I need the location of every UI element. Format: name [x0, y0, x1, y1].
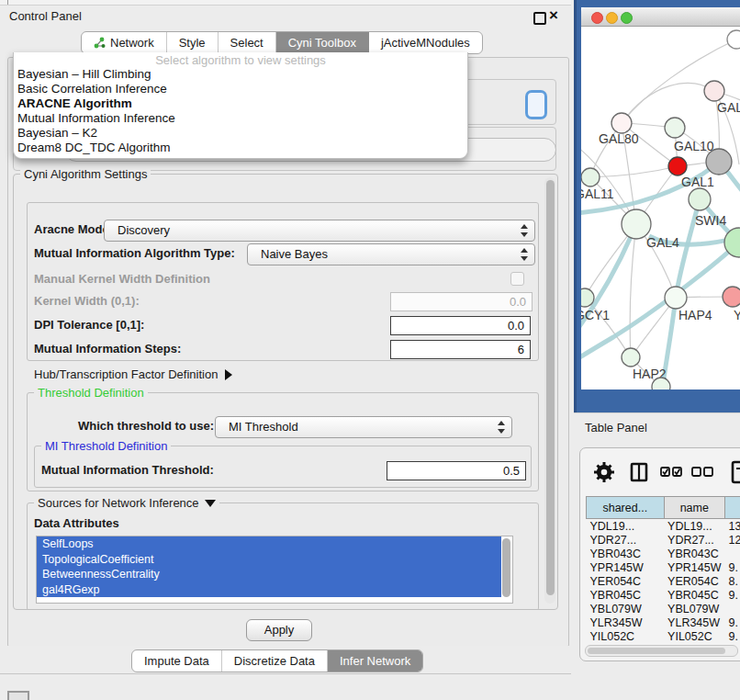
table-cell: YLR345W — [587, 615, 665, 629]
node-label: SWI4 — [695, 213, 726, 228]
network-window-titlebar[interactable] — [581, 7, 740, 27]
network-icon — [94, 37, 106, 49]
expand-right-icon — [225, 369, 232, 380]
network-node-y[interactable] — [723, 287, 740, 307]
which-threshold-label: Which threshold to use: — [78, 419, 214, 433]
network-node-hap2[interactable] — [622, 348, 640, 367]
table-cell: YPR145W — [587, 560, 665, 574]
column-header-name[interactable]: name — [664, 497, 724, 519]
algorithm-option-basic-correlation-inference[interactable]: Basic Correlation Inference — [14, 82, 467, 96]
attribute-item-selfloops[interactable]: SelfLoops — [37, 536, 501, 552]
unchecked-boxes-icon[interactable] — [692, 468, 712, 476]
minimize-window-icon[interactable] — [606, 12, 618, 24]
settings-scrollbar[interactable] — [544, 177, 555, 604]
algorithm-combo-stepper[interactable] — [525, 90, 547, 119]
algorithm-option-aracne-algorithm[interactable]: ARACNE Algorithm — [14, 96, 467, 111]
columns-icon[interactable] — [632, 464, 646, 480]
hub-definition-expander[interactable]: Hub/Transcription Factor Definition — [34, 367, 232, 381]
network-node-gcy1[interactable] — [581, 288, 594, 307]
network-node[interactable] — [706, 149, 732, 175]
algorithm-option-dream8-dc-tdc-algorithm[interactable]: Dream8 DC_TDC Algorithm — [14, 141, 467, 155]
tab-label: Discretize Data — [234, 654, 315, 668]
table-cell: 9. — [724, 588, 740, 602]
table-row[interactable]: YLR345WYLR345W9. — [587, 615, 740, 629]
network-node-swi4[interactable] — [689, 188, 711, 210]
table-row[interactable]: YDL19...YDL19...13 — [587, 519, 740, 534]
mi-type-label: Mutual Information Algorithm Type: — [34, 246, 235, 260]
close-window-icon[interactable] — [591, 12, 603, 24]
algorithm-option-mutual-information-inference[interactable]: Mutual Information Inference — [14, 111, 467, 126]
table-hscrollbar[interactable] — [585, 645, 738, 657]
network-node-gal1[interactable] — [668, 157, 687, 175]
table-row[interactable]: YBL079WYBL079W — [587, 602, 740, 615]
checked-boxes-icon[interactable] — [661, 468, 681, 476]
network-edge — [622, 83, 714, 123]
table-toolbar — [580, 457, 740, 487]
mi-type-combobox[interactable]: Naive Bayes — [247, 243, 535, 265]
table-row[interactable]: YPR145WYPR145W9. — [587, 560, 740, 574]
attributes-scrollbar[interactable] — [502, 538, 510, 597]
mi-threshold-field[interactable]: 0.5 — [387, 461, 526, 480]
network-node-gal[interactable] — [704, 81, 724, 101]
mi-steps-field[interactable]: 6 — [390, 340, 531, 359]
which-threshold-combobox[interactable]: MI Threshold — [215, 416, 512, 438]
gear-icon[interactable] — [594, 462, 614, 482]
table-cell: 12 — [724, 533, 740, 547]
table-row[interactable]: YBR045CYBR045C9. — [587, 588, 740, 602]
tab-jactivemnodules[interactable]: jActiveMNodules — [369, 32, 482, 53]
kernel-width-field[interactable]: 0.0 — [390, 292, 533, 311]
attribute-item-gal4rgexp[interactable]: gal4RGexp — [37, 582, 501, 598]
column-header-extra[interactable] — [724, 497, 740, 519]
network-node[interactable] — [727, 30, 740, 49]
cyni-bottom-tabs: Impute DataDiscretize DataInfer Network — [131, 649, 423, 672]
column-header-shared[interactable]: shared... — [587, 497, 665, 519]
bottom-left-button[interactable] — [7, 691, 29, 700]
table-cell: YBR045C — [587, 588, 665, 602]
node-table: shared...name YDL19...YDL19...13YDR27...… — [586, 496, 740, 643]
table-cell: YER054C — [664, 574, 724, 588]
float-panel-icon[interactable] — [533, 12, 546, 25]
table-cell: YIL052C — [587, 629, 665, 643]
dpi-tolerance-field[interactable]: 0.0 — [390, 316, 531, 335]
tab-select[interactable]: Select — [219, 32, 276, 53]
table-cell: YDL19... — [587, 519, 665, 534]
network-node-gal10[interactable] — [665, 118, 685, 138]
top-tick — [7, 0, 8, 5]
control-panel-title: Control Panel — [9, 9, 82, 23]
table-cell: YBR043C — [587, 547, 665, 560]
network-canvas[interactable]: GALGAL80GAL10GAL1GAL11SWI4GAL4GCY1HAP4YH… — [581, 27, 740, 390]
network-node-gal80[interactable] — [611, 113, 632, 133]
table-cell: 9. — [724, 615, 740, 629]
algorithm-option-bayesian-k2[interactable]: Bayesian – K2 — [14, 126, 467, 141]
sources-legend[interactable]: Sources for Network Inference — [34, 496, 219, 510]
tab-cyni-toolbox[interactable]: Cyni Toolbox — [276, 32, 369, 53]
combo-stepper-icon — [520, 223, 527, 238]
algorithm-option-bayesian-hill-climbing[interactable]: Bayesian – Hill Climbing — [14, 67, 467, 82]
file-icon[interactable] — [733, 462, 740, 482]
control-panel-tabs: NetworkStyleSelectCyni ToolboxjActiveMNo… — [81, 31, 483, 54]
tab-style[interactable]: Style — [167, 32, 219, 53]
network-edge — [581, 243, 739, 359]
dpi-tolerance-label: DPI Tolerance [0,1]: — [34, 318, 144, 332]
table-row[interactable]: YER054CYER054C8. — [587, 574, 740, 588]
attribute-item-topologicalcoefficient[interactable]: TopologicalCoefficient — [37, 552, 501, 568]
tab-network[interactable]: Network — [82, 32, 167, 53]
table-row[interactable]: YIL052CYIL052C9. — [587, 629, 740, 643]
tab-discretize-data[interactable]: Discretize Data — [222, 650, 328, 672]
table-row[interactable]: YBR043CYBR043C — [587, 547, 740, 560]
apply-button[interactable]: Apply — [246, 619, 312, 641]
aracne-mode-combobox[interactable]: Discovery — [104, 220, 535, 242]
zoom-window-icon[interactable] — [621, 12, 633, 24]
network-node-gal11[interactable] — [581, 168, 600, 186]
tab-infer-network[interactable]: Infer Network — [328, 650, 422, 672]
table-row[interactable]: YDR27...YDR27...12 — [587, 533, 740, 547]
network-node-hap4[interactable] — [665, 287, 687, 309]
table-cell: YBL079W — [664, 602, 724, 615]
tab-label: Cyni Toolbox — [288, 36, 356, 50]
table-cell: YBL079W — [587, 602, 665, 615]
combo-stepper-icon — [520, 247, 527, 262]
close-panel-icon[interactable]: × — [546, 6, 561, 26]
tab-impute-data[interactable]: Impute Data — [132, 650, 222, 672]
manual-kernel-checkbox[interactable] — [510, 272, 524, 286]
attribute-item-betweennesscentrality[interactable]: BetweennessCentrality — [37, 567, 501, 582]
